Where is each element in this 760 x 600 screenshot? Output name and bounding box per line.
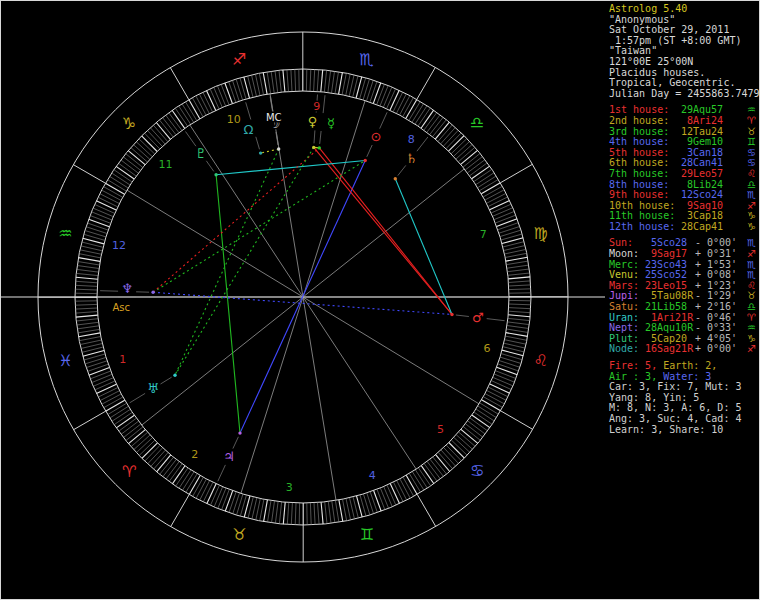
jupiter-glyph-icon: ♃ xyxy=(223,449,235,464)
mars-glyph-icon: ♂ xyxy=(472,310,484,325)
venus-glyph-icon: ♀ xyxy=(308,114,318,129)
svg-text:1: 1 xyxy=(119,353,126,366)
svg-text:12: 12 xyxy=(112,239,126,252)
house-cusp-row: 12th house:28Cap41♑ xyxy=(609,222,759,233)
svg-text:5: 5 xyxy=(437,423,444,436)
svg-text:3: 3 xyxy=(286,481,293,494)
svg-text:7: 7 xyxy=(480,228,487,241)
stat-segment: Car: 3, Fix: 7, Mut: 3 xyxy=(609,381,741,392)
astrolog-window: ♈♉♊♋♌♍♎♏♐♑♒♓123456789101112⊙☽☿♀♂♃♄♅♆♇ΩMC… xyxy=(0,0,760,600)
cancer-sign-icon: ♋ xyxy=(470,461,484,480)
natal-wheel: ♈♉♊♋♌♍♎♏♐♑♒♓123456789101112⊙☽☿♀♂♃♄♅♆♇ΩMC… xyxy=(1,1,605,599)
capricorn-sign-icon: ♑ xyxy=(122,114,136,133)
svg-text:11: 11 xyxy=(159,158,173,171)
node-glyph-icon: Ω xyxy=(244,122,254,137)
taurus-sign-icon: ♉ xyxy=(232,525,246,544)
svg-text:4: 4 xyxy=(369,469,376,482)
house-cusp-row: 7th house:29Leo57♌ xyxy=(609,169,759,180)
aspect-lines xyxy=(153,147,452,433)
saturn-glyph-icon: ♄ xyxy=(405,151,417,166)
virgo-sign-icon: ♍ xyxy=(533,224,547,243)
house-cusp-value: 28Cap41 xyxy=(681,222,723,233)
svg-text:10: 10 xyxy=(227,113,241,126)
sign-glyph: ♌ xyxy=(747,169,756,180)
house-label: 12th house: xyxy=(609,222,675,233)
house-cusp-value: 8Ari24 xyxy=(681,116,723,127)
aquarius-sign-icon: ♒ xyxy=(58,224,72,243)
neptune-glyph-icon: ♆ xyxy=(121,281,133,296)
pluto-glyph-icon: ♇ xyxy=(195,146,207,161)
planet-row: Node:16Sag21R+ 0°00'♐ xyxy=(609,344,759,355)
house-label: 2nd house: xyxy=(609,116,675,127)
stat-line: Learn: 3, Share: 10 xyxy=(609,425,759,436)
house-cusp-row: 2nd house: 8Ari24♈ xyxy=(609,116,759,127)
header-line: 121°00E 25°00N xyxy=(609,57,759,68)
planet-position: 16Sag21R xyxy=(645,344,695,355)
planet-position-table: Sun: 5Sco28 - 0°00'♏Moon: 9Sag17 + 0°31'… xyxy=(609,238,759,355)
info-panel: Astrolog 5.40"Anonymous"Sat October 29, … xyxy=(605,1,759,599)
sagittarius-sign-icon: ♐ xyxy=(232,50,246,69)
element-stats: Fire: 5, Earth: 2,Air : 3, Water: 3Car: … xyxy=(609,361,759,435)
mercury-glyph-icon: ☿ xyxy=(327,116,335,131)
sign-glyph: ♑ xyxy=(747,222,756,233)
sign-glyph: ♈ xyxy=(747,116,756,127)
chart-wheel-area: ♈♉♊♋♌♍♎♏♐♑♒♓123456789101112⊙☽☿♀♂♃♄♅♆♇ΩMC… xyxy=(1,1,605,599)
uranus-glyph-icon: ♅ xyxy=(147,381,159,396)
header-line: Astrolog 5.40 xyxy=(609,4,759,15)
stat-segment: Water: 3 xyxy=(663,371,711,382)
midheaven-label: MC xyxy=(266,112,282,123)
chart-header: Astrolog 5.40"Anonymous"Sat October 29, … xyxy=(609,4,759,99)
stat-segment: Air : 3, xyxy=(609,371,663,382)
stat-segment: Learn: 3, Share: 10 xyxy=(609,424,723,435)
planet-latitude: + 0°00' xyxy=(695,344,737,355)
stat-segment: Yang: 8, Yin: 5 xyxy=(609,392,699,403)
libra-sign-icon: ♎ xyxy=(470,113,484,132)
stat-segment: M: 8, N: 3, A: 6, D: 5 xyxy=(609,402,741,413)
svg-text:6: 6 xyxy=(483,342,490,355)
sign-glyph: ♐ xyxy=(747,344,756,355)
house-cusp-table: 1st house:29Aqu57♒2nd house: 8Ari24♈3rd … xyxy=(609,105,759,232)
stat-segment: Earth: 2, xyxy=(663,360,717,371)
svg-text:8: 8 xyxy=(408,133,415,146)
stat-segment: Ang: 3, Suc: 4, Cad: 4 xyxy=(609,413,741,424)
gemini-sign-icon: ♊ xyxy=(360,525,374,544)
sun-glyph-icon: ⊙ xyxy=(370,129,381,144)
scorpio-sign-icon: ♏ xyxy=(359,50,373,69)
house-label: 7th house: xyxy=(609,169,675,180)
svg-text:2: 2 xyxy=(191,448,198,461)
pisces-sign-icon: ♓ xyxy=(58,351,72,370)
header-line: Julian Day = 2455863.7479 xyxy=(609,89,759,100)
aries-sign-icon: ♈ xyxy=(122,462,136,481)
ascendant-label: Asc xyxy=(113,302,131,313)
angle-labels: MCAsc xyxy=(113,112,282,313)
svg-text:9: 9 xyxy=(313,100,320,113)
planet-label: Node: xyxy=(609,344,645,355)
leo-sign-icon: ♌ xyxy=(534,351,548,370)
stat-segment: Fire: 5, xyxy=(609,360,663,371)
house-cusp-value: 29Leo57 xyxy=(681,169,723,180)
